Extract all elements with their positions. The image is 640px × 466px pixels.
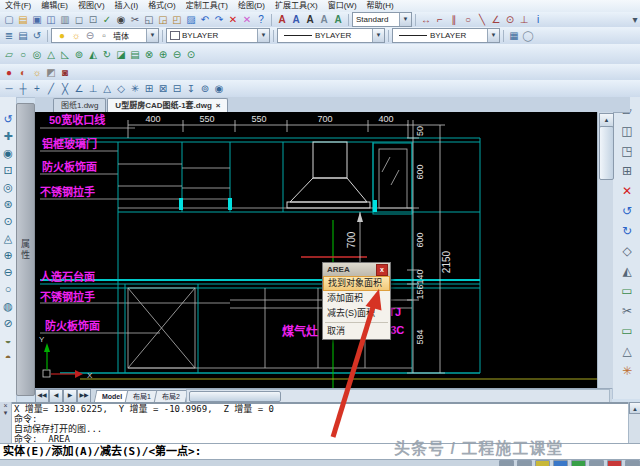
tab-drawing1[interactable]: 图纸1.dwg xyxy=(53,98,106,112)
menu-custom-tools[interactable]: 定制工具(T) xyxy=(181,0,233,12)
zoom-previous-icon[interactable]: ⊘ xyxy=(1,315,15,332)
menu-item-subtract-area[interactable]: 减去(S)面积 xyxy=(323,306,390,321)
section-icon[interactable]: ▤ xyxy=(128,48,142,61)
perpendicular-snap-icon[interactable]: ⊥ xyxy=(86,82,100,95)
scale-icon[interactable]: ◭ xyxy=(618,261,636,281)
menu-insert[interactable]: 插入(I) xyxy=(110,0,144,12)
quick-dimension-icon[interactable]: ∥ xyxy=(447,13,461,26)
render-icon[interactable]: ● xyxy=(2,66,16,79)
tab-close-icon[interactable]: × xyxy=(216,101,221,110)
menu-item-cancel[interactable]: 取消 xyxy=(323,324,390,339)
scrollbar-thumb[interactable] xyxy=(599,126,614,180)
mirror-icon[interactable]: ◫ xyxy=(618,121,636,141)
edit-text-icon[interactable]: A xyxy=(317,13,331,26)
solid-sphere-icon[interactable]: ○ xyxy=(16,48,30,61)
tab-kitchen-drawing[interactable]: U型厨房CAD图纸-1套.dwg× xyxy=(107,98,228,112)
layer-walk-icon[interactable]: ◯ xyxy=(521,29,535,42)
layer-combo[interactable]: ●☼⊖▫ 墙体 ▼ xyxy=(51,28,159,43)
plot-preview-icon[interactable]: ◻ xyxy=(72,13,86,26)
snap-from-icon[interactable]: ┼ xyxy=(16,82,30,95)
bulb-icon[interactable]: ● xyxy=(55,29,69,42)
save-as-icon[interactable]: ◫ xyxy=(44,13,58,26)
close-icon[interactable]: x xyxy=(376,264,388,276)
solid-cylinder-icon[interactable]: ◎ xyxy=(30,48,44,61)
angular-dimension-icon[interactable]: ∠ xyxy=(489,13,503,26)
array-icon[interactable]: ⊞ xyxy=(618,161,636,181)
copy-clip-icon[interactable]: ◱ xyxy=(142,13,156,26)
quadrant-snap-icon[interactable]: ◇ xyxy=(114,82,128,95)
match-layer-icon[interactable]: ▦ xyxy=(507,29,521,42)
tab-layout2[interactable]: 布局2 xyxy=(154,390,189,403)
next-layout-icon[interactable]: ▶ xyxy=(63,389,77,403)
zoom-scale-icon[interactable]: ⊛ xyxy=(1,196,15,213)
osnap-settings-icon[interactable]: ◉ xyxy=(212,82,226,95)
break-icon[interactable]: △ xyxy=(618,341,636,361)
zoom-realtime-icon[interactable]: ◉ xyxy=(1,145,15,162)
menu-item-add-area[interactable]: 添加面积 xyxy=(323,291,390,306)
intersect-icon[interactable]: ⊙ xyxy=(184,48,198,61)
lineweight-combo[interactable]: BYLAYER ▼ xyxy=(392,28,500,43)
combo-arrow-icon[interactable]: ▼ xyxy=(487,29,499,42)
solid-box-icon[interactable]: ▱ xyxy=(2,48,16,61)
stretch-icon[interactable]: ▭ xyxy=(618,281,636,301)
node-snap-icon[interactable]: ✳ xyxy=(128,82,142,95)
view-back-icon[interactable]: ↺ xyxy=(1,111,15,128)
paste-special-icon[interactable]: ◰ xyxy=(170,13,184,26)
publish-icon[interactable]: ⊡ xyxy=(86,13,100,26)
command-scrollbar[interactable]: ▲ xyxy=(628,402,640,443)
menu-format[interactable]: 格式(O) xyxy=(143,0,181,12)
paste-icon[interactable]: ◲ xyxy=(156,13,170,26)
zoom-window-icon[interactable]: ⊡ xyxy=(1,162,15,179)
close-icon[interactable]: × xyxy=(0,402,11,409)
explode-icon[interactable]: ✳ xyxy=(618,361,636,381)
status-toggle-osnap-icon[interactable] xyxy=(571,460,586,466)
extend-icon[interactable]: ▭ xyxy=(618,321,636,341)
render-settings-icon[interactable]: ◙ xyxy=(58,66,72,79)
solid-wedge-icon[interactable]: ◺ xyxy=(58,48,72,61)
color-combo[interactable]: BYLAYER ▼ xyxy=(166,28,270,43)
zoom-center-icon[interactable]: ⊙ xyxy=(1,213,15,230)
menu-edit[interactable]: 编辑(E) xyxy=(36,0,73,12)
scrollbar-thumb[interactable] xyxy=(189,391,281,402)
status-toggle-otrack-icon[interactable] xyxy=(589,460,604,466)
named-views-icon[interactable]: ◒ xyxy=(1,332,15,349)
scroll-up-icon[interactable]: ▲ xyxy=(629,402,640,414)
cut-icon[interactable]: ✂ xyxy=(128,13,142,26)
purge-icon[interactable]: ✕ xyxy=(240,13,254,26)
pan-icon[interactable]: ✚ xyxy=(1,128,15,145)
solid-cone-icon[interactable]: △ xyxy=(44,48,58,61)
open-file-icon[interactable]: ▤ xyxy=(16,13,30,26)
extension-snap-icon[interactable]: ╱ xyxy=(44,82,58,95)
subtract-icon[interactable]: ⊖ xyxy=(170,48,184,61)
zoom-dynamic-icon[interactable]: ◎ xyxy=(1,179,15,196)
menu-draw[interactable]: 绘图(D) xyxy=(233,0,270,12)
undo-icon[interactable]: ↶ xyxy=(198,13,212,26)
center-mark-icon[interactable]: ⊙ xyxy=(503,13,517,26)
extrude-icon[interactable]: ◭ xyxy=(86,48,100,61)
move-icon[interactable]: ◇ xyxy=(618,241,636,261)
radius-dimension-icon[interactable]: ○ xyxy=(461,13,475,26)
canvas-vertical-scrollbar[interactable]: ▲ xyxy=(597,112,613,388)
status-toggle-lwt-icon[interactable] xyxy=(607,460,622,466)
expand-icon[interactable]: ▾ xyxy=(0,409,11,417)
trim-icon[interactable]: ✂ xyxy=(618,301,636,321)
first-layout-icon[interactable]: ◀◀ xyxy=(35,389,49,403)
redo-icon[interactable]: ↷ xyxy=(212,13,226,26)
single-line-text-icon[interactable]: A xyxy=(289,13,303,26)
layer-color-chip-icon[interactable]: ▫ xyxy=(97,29,111,42)
text-scale-icon[interactable]: A xyxy=(331,13,345,26)
render-region-icon[interactable]: ◐ xyxy=(16,66,30,79)
zoom-all-icon[interactable]: ○ xyxy=(1,281,15,298)
menu-file[interactable]: 文件(F) xyxy=(0,0,36,12)
intersection-snap-icon[interactable]: ╳ xyxy=(58,82,72,95)
rotate-ccw-icon[interactable]: ↺ xyxy=(618,201,636,221)
layer-previous-icon[interactable]: ↺ xyxy=(30,29,44,42)
zoom-in-icon[interactable]: ⊕ xyxy=(1,247,15,264)
offset-icon[interactable]: ◳ xyxy=(618,141,636,161)
menu-item-find-object-area[interactable]: 找到对象面积 xyxy=(323,276,390,291)
combo-arrow-icon[interactable]: ▼ xyxy=(146,29,158,42)
lock-icon[interactable]: ⊖ xyxy=(83,29,97,42)
spell-check-icon[interactable]: ✓ xyxy=(100,13,114,26)
zoom-extents-icon[interactable]: ◍ xyxy=(1,298,15,315)
slice-icon[interactable]: ◪ xyxy=(114,48,128,61)
